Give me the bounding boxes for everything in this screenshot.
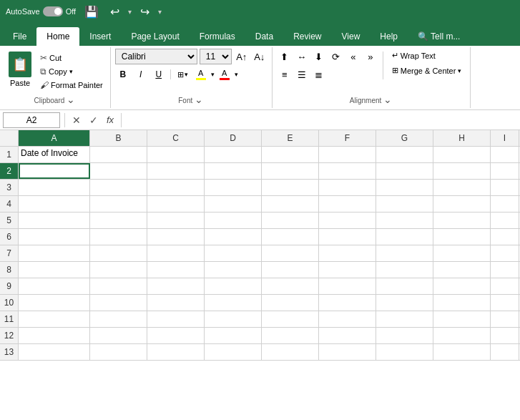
indent-increase-button[interactable]: » <box>363 49 378 64</box>
cell-I8[interactable] <box>491 262 519 278</box>
redo-icon[interactable]: ↪ <box>137 4 152 20</box>
cell-D3[interactable] <box>205 180 262 195</box>
cell-E3[interactable] <box>262 180 319 195</box>
align-right-button[interactable]: ≣ <box>311 67 327 82</box>
cell-G6[interactable] <box>376 229 433 245</box>
row-number-5[interactable]: 5 <box>0 213 19 228</box>
cell-E7[interactable] <box>262 245 319 261</box>
cell-G13[interactable] <box>376 344 433 360</box>
underline-button[interactable]: U <box>151 67 167 82</box>
borders-dropdown-icon[interactable]: ▾ <box>185 71 188 78</box>
row-number-3[interactable]: 3 <box>0 180 19 195</box>
cell-B9[interactable] <box>90 278 147 294</box>
tab-review[interactable]: Review <box>283 27 331 46</box>
cell-D11[interactable] <box>205 311 262 327</box>
undo-dropdown[interactable]: ▾ <box>128 8 132 16</box>
cell-E12[interactable] <box>262 328 319 343</box>
align-bottom-button[interactable]: ⬇ <box>311 49 327 64</box>
cell-E11[interactable] <box>262 311 319 327</box>
confirm-formula-button[interactable]: ✓ <box>87 113 101 127</box>
cell-B8[interactable] <box>90 262 147 278</box>
cell-F12[interactable] <box>319 328 376 343</box>
col-header-a[interactable]: A <box>19 130 90 146</box>
cell-D7[interactable] <box>205 245 262 261</box>
row-number-9[interactable]: 9 <box>0 278 19 294</box>
cell-H10[interactable] <box>433 295 491 311</box>
cell-E6[interactable] <box>262 229 319 245</box>
cell-I7[interactable] <box>491 245 519 261</box>
cell-G5[interactable] <box>376 213 433 228</box>
cell-A7[interactable] <box>19 245 90 261</box>
cell-F4[interactable] <box>319 196 376 212</box>
cell-B3[interactable] <box>90 180 147 195</box>
cell-I9[interactable] <box>491 278 519 294</box>
cell-C4[interactable] <box>147 196 205 212</box>
cell-A10[interactable] <box>19 295 90 311</box>
cell-G7[interactable] <box>376 245 433 261</box>
cell-D4[interactable] <box>205 196 262 212</box>
cell-D5[interactable] <box>205 213 262 228</box>
cell-A11[interactable] <box>19 311 90 327</box>
cell-C10[interactable] <box>147 295 205 311</box>
alignment-more-icon[interactable]: ⌄ <box>383 94 393 107</box>
font-size-select[interactable]: 11 <box>200 49 232 64</box>
col-header-i[interactable]: I <box>491 130 519 146</box>
cell-E1[interactable] <box>262 147 319 162</box>
cell-C8[interactable] <box>147 262 205 278</box>
cell-A9[interactable] <box>19 278 90 294</box>
tab-data[interactable]: Data <box>245 27 283 46</box>
tab-help[interactable]: Help <box>370 27 408 46</box>
cell-D12[interactable] <box>205 328 262 343</box>
cell-E9[interactable] <box>262 278 319 294</box>
tab-view[interactable]: View <box>332 27 371 46</box>
align-top-button[interactable]: ⬆ <box>277 49 293 64</box>
wrap-text-button[interactable]: ↵ Wrap Text <box>388 49 466 62</box>
cell-C2[interactable] <box>147 163 205 179</box>
cell-I11[interactable] <box>491 311 519 327</box>
cell-F3[interactable] <box>319 180 376 195</box>
fill-color-button[interactable]: A <box>193 67 209 82</box>
cell-C3[interactable] <box>147 180 205 195</box>
merge-center-button[interactable]: ⊞ Merge & Center ▾ <box>388 64 466 77</box>
cell-H13[interactable] <box>433 344 491 360</box>
borders-button[interactable]: ⊞ ▾ <box>175 69 191 81</box>
cell-E5[interactable] <box>262 213 319 228</box>
cell-I5[interactable] <box>491 213 519 228</box>
merge-dropdown-icon[interactable]: ▾ <box>458 67 461 74</box>
cell-G1[interactable] <box>376 147 433 162</box>
cell-I3[interactable] <box>491 180 519 195</box>
cut-button[interactable]: ✂ Cut <box>37 52 106 64</box>
cell-C11[interactable] <box>147 311 205 327</box>
cell-G10[interactable] <box>376 295 433 311</box>
cell-E4[interactable] <box>262 196 319 212</box>
cell-H8[interactable] <box>433 262 491 278</box>
cell-D1[interactable] <box>205 147 262 162</box>
cell-I1[interactable] <box>491 147 519 162</box>
tab-formulas[interactable]: Formulas <box>190 27 245 46</box>
cell-I10[interactable] <box>491 295 519 311</box>
bold-button[interactable]: B <box>115 67 131 82</box>
cell-B11[interactable] <box>90 311 147 327</box>
row-number-4[interactable]: 4 <box>0 196 19 212</box>
cell-C12[interactable] <box>147 328 205 343</box>
cell-D2[interactable] <box>205 163 262 179</box>
col-header-c[interactable]: C <box>147 130 205 146</box>
cell-A1[interactable]: Date of Invoice <box>19 147 90 162</box>
cell-H7[interactable] <box>433 245 491 261</box>
cell-C5[interactable] <box>147 213 205 228</box>
cell-I6[interactable] <box>491 229 519 245</box>
tab-home[interactable]: Home <box>36 27 79 46</box>
copy-dropdown-icon[interactable]: ▾ <box>69 68 73 75</box>
cell-G12[interactable] <box>376 328 433 343</box>
cell-H12[interactable] <box>433 328 491 343</box>
cell-I2[interactable] <box>491 163 519 179</box>
cell-D10[interactable] <box>205 295 262 311</box>
cell-I13[interactable] <box>491 344 519 360</box>
cell-F1[interactable] <box>319 147 376 162</box>
cell-I4[interactable] <box>491 196 519 212</box>
cell-C7[interactable] <box>147 245 205 261</box>
col-header-h[interactable]: H <box>433 130 491 146</box>
cell-H9[interactable] <box>433 278 491 294</box>
copy-button[interactable]: ⧉ Copy ▾ <box>37 65 106 78</box>
orientation-button[interactable]: ⟳ <box>328 49 344 64</box>
